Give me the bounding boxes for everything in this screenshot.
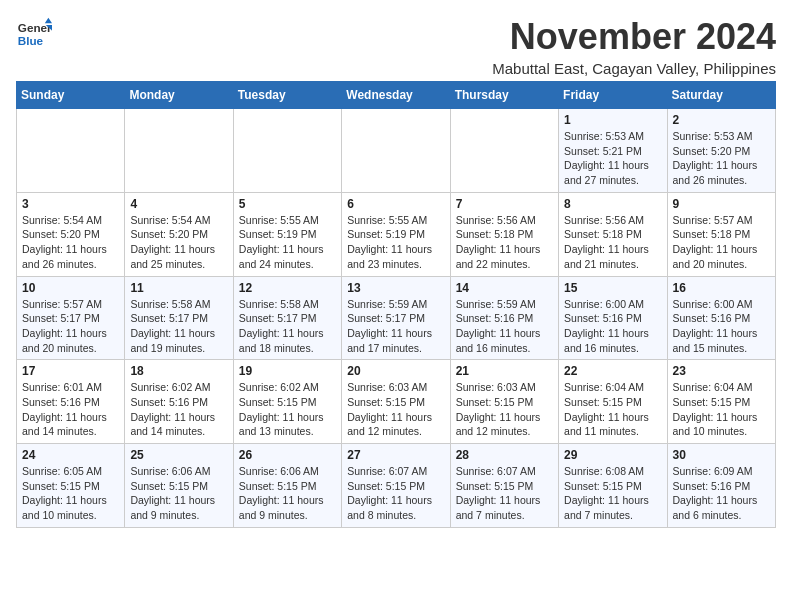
day-number: 13 — [347, 281, 444, 295]
weekday-friday: Friday — [559, 82, 667, 109]
day-info: Sunrise: 6:01 AM Sunset: 5:16 PM Dayligh… — [22, 380, 119, 439]
week-row-4: 17Sunrise: 6:01 AM Sunset: 5:16 PM Dayli… — [17, 360, 776, 444]
day-info: Sunrise: 6:04 AM Sunset: 5:15 PM Dayligh… — [564, 380, 661, 439]
day-number: 27 — [347, 448, 444, 462]
calendar-cell: 4Sunrise: 5:54 AM Sunset: 5:20 PM Daylig… — [125, 192, 233, 276]
day-number: 2 — [673, 113, 770, 127]
calendar-cell — [125, 109, 233, 193]
weekday-monday: Monday — [125, 82, 233, 109]
day-number: 11 — [130, 281, 227, 295]
day-number: 6 — [347, 197, 444, 211]
day-info: Sunrise: 6:02 AM Sunset: 5:15 PM Dayligh… — [239, 380, 336, 439]
day-info: Sunrise: 5:58 AM Sunset: 5:17 PM Dayligh… — [239, 297, 336, 356]
day-info: Sunrise: 6:03 AM Sunset: 5:15 PM Dayligh… — [456, 380, 553, 439]
calendar-cell: 6Sunrise: 5:55 AM Sunset: 5:19 PM Daylig… — [342, 192, 450, 276]
calendar-cell: 14Sunrise: 5:59 AM Sunset: 5:16 PM Dayli… — [450, 276, 558, 360]
day-info: Sunrise: 5:59 AM Sunset: 5:16 PM Dayligh… — [456, 297, 553, 356]
week-row-3: 10Sunrise: 5:57 AM Sunset: 5:17 PM Dayli… — [17, 276, 776, 360]
day-number: 29 — [564, 448, 661, 462]
day-info: Sunrise: 5:54 AM Sunset: 5:20 PM Dayligh… — [22, 213, 119, 272]
calendar-cell: 3Sunrise: 5:54 AM Sunset: 5:20 PM Daylig… — [17, 192, 125, 276]
day-number: 25 — [130, 448, 227, 462]
calendar: SundayMondayTuesdayWednesdayThursdayFrid… — [16, 81, 776, 528]
calendar-cell: 27Sunrise: 6:07 AM Sunset: 5:15 PM Dayli… — [342, 444, 450, 528]
calendar-cell: 25Sunrise: 6:06 AM Sunset: 5:15 PM Dayli… — [125, 444, 233, 528]
day-number: 24 — [22, 448, 119, 462]
day-number: 3 — [22, 197, 119, 211]
calendar-cell: 10Sunrise: 5:57 AM Sunset: 5:17 PM Dayli… — [17, 276, 125, 360]
day-number: 22 — [564, 364, 661, 378]
page-header: General Blue November 2024 Mabuttal East… — [16, 16, 776, 77]
calendar-cell: 23Sunrise: 6:04 AM Sunset: 5:15 PM Dayli… — [667, 360, 775, 444]
day-number: 7 — [456, 197, 553, 211]
calendar-cell: 21Sunrise: 6:03 AM Sunset: 5:15 PM Dayli… — [450, 360, 558, 444]
day-info: Sunrise: 6:08 AM Sunset: 5:15 PM Dayligh… — [564, 464, 661, 523]
week-row-1: 1Sunrise: 5:53 AM Sunset: 5:21 PM Daylig… — [17, 109, 776, 193]
calendar-cell — [233, 109, 341, 193]
calendar-cell: 7Sunrise: 5:56 AM Sunset: 5:18 PM Daylig… — [450, 192, 558, 276]
calendar-cell: 26Sunrise: 6:06 AM Sunset: 5:15 PM Dayli… — [233, 444, 341, 528]
calendar-cell — [17, 109, 125, 193]
calendar-cell: 17Sunrise: 6:01 AM Sunset: 5:16 PM Dayli… — [17, 360, 125, 444]
day-number: 17 — [22, 364, 119, 378]
calendar-cell: 15Sunrise: 6:00 AM Sunset: 5:16 PM Dayli… — [559, 276, 667, 360]
calendar-cell: 16Sunrise: 6:00 AM Sunset: 5:16 PM Dayli… — [667, 276, 775, 360]
week-row-5: 24Sunrise: 6:05 AM Sunset: 5:15 PM Dayli… — [17, 444, 776, 528]
calendar-cell: 2Sunrise: 5:53 AM Sunset: 5:20 PM Daylig… — [667, 109, 775, 193]
day-number: 28 — [456, 448, 553, 462]
day-number: 4 — [130, 197, 227, 211]
weekday-header-row: SundayMondayTuesdayWednesdayThursdayFrid… — [17, 82, 776, 109]
day-info: Sunrise: 5:56 AM Sunset: 5:18 PM Dayligh… — [564, 213, 661, 272]
day-number: 18 — [130, 364, 227, 378]
calendar-cell: 30Sunrise: 6:09 AM Sunset: 5:16 PM Dayli… — [667, 444, 775, 528]
calendar-cell — [342, 109, 450, 193]
logo-icon: General Blue — [16, 16, 52, 52]
calendar-cell: 22Sunrise: 6:04 AM Sunset: 5:15 PM Dayli… — [559, 360, 667, 444]
calendar-cell: 12Sunrise: 5:58 AM Sunset: 5:17 PM Dayli… — [233, 276, 341, 360]
calendar-cell — [450, 109, 558, 193]
day-info: Sunrise: 6:06 AM Sunset: 5:15 PM Dayligh… — [130, 464, 227, 523]
day-info: Sunrise: 6:00 AM Sunset: 5:16 PM Dayligh… — [673, 297, 770, 356]
day-number: 1 — [564, 113, 661, 127]
weekday-thursday: Thursday — [450, 82, 558, 109]
day-number: 12 — [239, 281, 336, 295]
calendar-cell: 9Sunrise: 5:57 AM Sunset: 5:18 PM Daylig… — [667, 192, 775, 276]
day-info: Sunrise: 5:59 AM Sunset: 5:17 PM Dayligh… — [347, 297, 444, 356]
day-info: Sunrise: 5:55 AM Sunset: 5:19 PM Dayligh… — [347, 213, 444, 272]
day-info: Sunrise: 5:58 AM Sunset: 5:17 PM Dayligh… — [130, 297, 227, 356]
calendar-cell: 18Sunrise: 6:02 AM Sunset: 5:16 PM Dayli… — [125, 360, 233, 444]
day-info: Sunrise: 5:57 AM Sunset: 5:18 PM Dayligh… — [673, 213, 770, 272]
title-block: November 2024 Mabuttal East, Cagayan Val… — [492, 16, 776, 77]
calendar-cell: 28Sunrise: 6:07 AM Sunset: 5:15 PM Dayli… — [450, 444, 558, 528]
calendar-cell: 24Sunrise: 6:05 AM Sunset: 5:15 PM Dayli… — [17, 444, 125, 528]
weekday-saturday: Saturday — [667, 82, 775, 109]
weekday-sunday: Sunday — [17, 82, 125, 109]
day-info: Sunrise: 5:56 AM Sunset: 5:18 PM Dayligh… — [456, 213, 553, 272]
day-info: Sunrise: 6:06 AM Sunset: 5:15 PM Dayligh… — [239, 464, 336, 523]
day-info: Sunrise: 6:05 AM Sunset: 5:15 PM Dayligh… — [22, 464, 119, 523]
day-number: 21 — [456, 364, 553, 378]
weekday-wednesday: Wednesday — [342, 82, 450, 109]
day-number: 16 — [673, 281, 770, 295]
day-number: 20 — [347, 364, 444, 378]
calendar-cell: 13Sunrise: 5:59 AM Sunset: 5:17 PM Dayli… — [342, 276, 450, 360]
day-info: Sunrise: 6:02 AM Sunset: 5:16 PM Dayligh… — [130, 380, 227, 439]
month-title: November 2024 — [492, 16, 776, 58]
day-number: 10 — [22, 281, 119, 295]
day-info: Sunrise: 6:04 AM Sunset: 5:15 PM Dayligh… — [673, 380, 770, 439]
day-info: Sunrise: 6:07 AM Sunset: 5:15 PM Dayligh… — [347, 464, 444, 523]
day-number: 23 — [673, 364, 770, 378]
day-info: Sunrise: 5:55 AM Sunset: 5:19 PM Dayligh… — [239, 213, 336, 272]
day-number: 8 — [564, 197, 661, 211]
day-info: Sunrise: 5:54 AM Sunset: 5:20 PM Dayligh… — [130, 213, 227, 272]
day-info: Sunrise: 5:57 AM Sunset: 5:17 PM Dayligh… — [22, 297, 119, 356]
day-info: Sunrise: 5:53 AM Sunset: 5:20 PM Dayligh… — [673, 129, 770, 188]
calendar-cell: 11Sunrise: 5:58 AM Sunset: 5:17 PM Dayli… — [125, 276, 233, 360]
location: Mabuttal East, Cagayan Valley, Philippin… — [492, 60, 776, 77]
day-number: 30 — [673, 448, 770, 462]
day-number: 15 — [564, 281, 661, 295]
day-info: Sunrise: 6:00 AM Sunset: 5:16 PM Dayligh… — [564, 297, 661, 356]
calendar-cell: 20Sunrise: 6:03 AM Sunset: 5:15 PM Dayli… — [342, 360, 450, 444]
calendar-cell: 19Sunrise: 6:02 AM Sunset: 5:15 PM Dayli… — [233, 360, 341, 444]
calendar-cell: 1Sunrise: 5:53 AM Sunset: 5:21 PM Daylig… — [559, 109, 667, 193]
